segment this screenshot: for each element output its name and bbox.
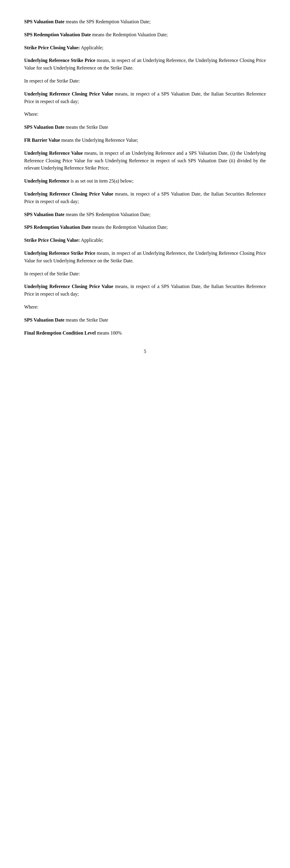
term-underlying-ref-closing-2: Underlying Reference Closing Price Value (24, 191, 113, 196)
term-sps-val-strike-2: SPS Valuation Date (24, 317, 64, 322)
section-in-respect-2: In respect of the Strike Date: (24, 270, 266, 278)
section-underlying-ref-strike-1: Underlying Reference Strike Price means,… (24, 57, 266, 72)
para-final-redemption: Final Redemption Condition Level means 1… (24, 330, 266, 337)
section-underlying-ref-closing-1: Underlying Reference Closing Price Value… (24, 90, 266, 105)
section-underlying-ref: Underlying Reference is as set out in it… (24, 178, 266, 185)
section-sps-val-strike-1: SPS Valuation Date means the Strike Date (24, 124, 266, 131)
term-underlying-ref-closing-3: Underlying Reference Closing Price Value (24, 284, 113, 289)
section-strike-price-2: Strike Price Closing Value: Applicable; (24, 237, 266, 244)
para-sps-valuation-2: SPS Valuation Date means the SPS Redempt… (24, 211, 266, 218)
para-underlying-ref-closing-1: Underlying Reference Closing Price Value… (24, 90, 266, 105)
para-underlying-ref-value: Underlying Reference Value means, in res… (24, 150, 266, 172)
term-underlying-ref-value: Underlying Reference Value (24, 151, 83, 156)
section-where-1: Where: (24, 111, 266, 118)
para-underlying-ref-closing-3: Underlying Reference Closing Price Value… (24, 283, 266, 298)
para-underlying-ref: Underlying Reference is as set out in it… (24, 178, 266, 185)
term-underlying-ref-strike-1: Underlying Reference Strike Price (24, 58, 95, 63)
term-strike-price-1: Strike Price Closing Value: (24, 45, 80, 50)
section-sps-val-strike-2: SPS Valuation Date means the Strike Date (24, 316, 266, 324)
page-number-text: 5 (144, 349, 146, 354)
term-sps-redemption-2: SPS Redemption Valuation Date (24, 224, 91, 230)
para-sps-val-strike-1: SPS Valuation Date means the Strike Date (24, 124, 266, 131)
section-sps-redemption-1: SPS Redemption Valuation Date means the … (24, 31, 266, 39)
term-strike-price-2: Strike Price Closing Value: (24, 238, 80, 243)
para-underlying-ref-strike-1: Underlying Reference Strike Price means,… (24, 57, 266, 72)
section-underlying-ref-strike-2: Underlying Reference Strike Price means,… (24, 250, 266, 265)
section-where-2: Where: (24, 304, 266, 311)
term-underlying-ref: Underlying Reference (24, 178, 69, 183)
term-underlying-ref-strike-2: Underlying Reference Strike Price (24, 251, 95, 256)
para-underlying-ref-strike-2: Underlying Reference Strike Price means,… (24, 250, 266, 265)
term-sps-redemption-1: SPS Redemption Valuation Date (24, 32, 91, 37)
para-where-2: Where: (24, 304, 266, 311)
para-underlying-ref-closing-2: Underlying Reference Closing Price Value… (24, 190, 266, 206)
section-sps-redemption-2: SPS Redemption Valuation Date means the … (24, 224, 266, 231)
section-underlying-ref-closing-3: Underlying Reference Closing Price Value… (24, 283, 266, 298)
para-sps-redemption-1: SPS Redemption Valuation Date means the … (24, 31, 266, 39)
para-strike-price-2: Strike Price Closing Value: Applicable; (24, 237, 266, 244)
section-fr-barrier: FR Barrier Value means the Underlying Re… (24, 136, 266, 144)
term-sps-valuation-2: SPS Valuation Date (24, 212, 64, 217)
para-sps-valuation-1: SPS Valuation Date means the SPS Redempt… (24, 18, 266, 26)
section-in-respect-1: In respect of the Strike Date: (24, 78, 266, 85)
para-strike-price-1: Strike Price Closing Value: Applicable; (24, 44, 266, 52)
section-strike-price-1: Strike Price Closing Value: Applicable; (24, 44, 266, 52)
term-underlying-ref-closing-1: Underlying Reference Closing Price Value (24, 91, 113, 96)
para-sps-redemption-2: SPS Redemption Valuation Date means the … (24, 224, 266, 231)
section-underlying-ref-closing-2: Underlying Reference Closing Price Value… (24, 190, 266, 206)
term-fr-barrier: FR Barrier Value (24, 137, 60, 143)
section-underlying-ref-value: Underlying Reference Value means, in res… (24, 150, 266, 172)
term-sps-valuation-1: SPS Valuation Date (24, 19, 64, 24)
para-fr-barrier: FR Barrier Value means the Underlying Re… (24, 136, 266, 144)
term-sps-val-strike-1: SPS Valuation Date (24, 125, 64, 130)
para-where-1: Where: (24, 111, 266, 118)
para-in-respect-2: In respect of the Strike Date: (24, 270, 266, 278)
term-final-redemption: Final Redemption Condition Level (24, 330, 96, 336)
section-sps-valuation-date-1: SPS Valuation Date means the SPS Redempt… (24, 18, 266, 26)
page-container: SPS Valuation Date means the SPS Redempt… (0, 0, 290, 868)
para-in-respect-1: In respect of the Strike Date: (24, 78, 266, 85)
page-number: 5 (24, 349, 266, 354)
section-final-redemption: Final Redemption Condition Level means 1… (24, 330, 266, 337)
para-sps-val-strike-2: SPS Valuation Date means the Strike Date (24, 316, 266, 324)
section-sps-valuation-date-2: SPS Valuation Date means the SPS Redempt… (24, 211, 266, 218)
